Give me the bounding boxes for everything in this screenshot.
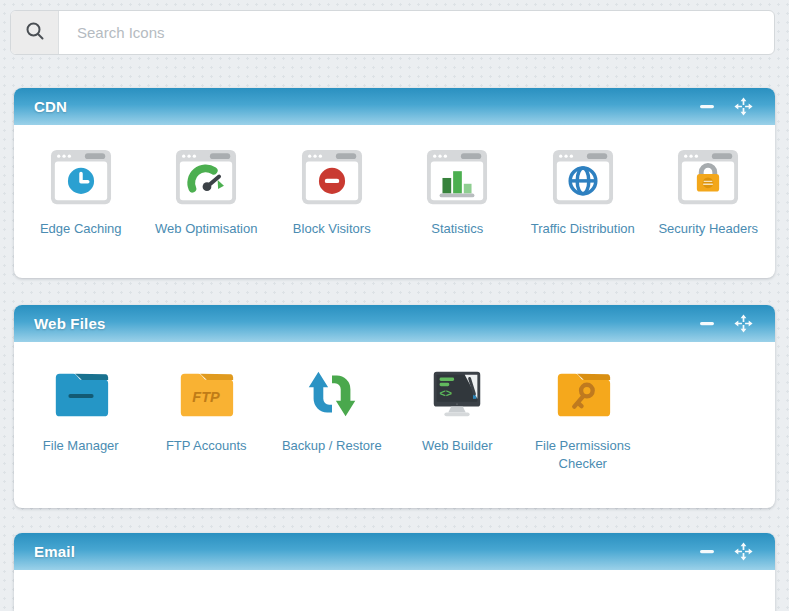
panel-web-files: Web Files: [14, 305, 775, 508]
edge-caching-icon: [50, 148, 112, 206]
icon-label: File Permissions Checker: [527, 437, 639, 473]
svg-text:FTP: FTP: [193, 389, 221, 405]
item-file-manager[interactable]: File Manager: [43, 365, 119, 455]
item-web-builder[interactable]: <> Web Builder: [422, 365, 493, 455]
file-permissions-checker-icon: [552, 365, 614, 423]
ftp-accounts-icon: FTP: [175, 365, 237, 423]
move-icon: [734, 542, 753, 561]
move-panel-handle[interactable]: [732, 312, 755, 335]
icon-label: Block Visitors: [293, 220, 371, 238]
item-ftp-accounts[interactable]: FTP FTP Accounts: [166, 365, 247, 455]
svg-text:<>: <>: [440, 387, 452, 399]
web-builder-icon: <>: [426, 365, 488, 423]
item-block-visitors[interactable]: Block Visitors: [293, 148, 371, 238]
icon-label: Web Builder: [422, 437, 493, 455]
item-file-permissions-checker[interactable]: File Permissions Checker: [527, 365, 639, 473]
move-panel-handle[interactable]: [732, 540, 755, 563]
search-icon: [24, 20, 46, 46]
item-security-headers[interactable]: Security Headers: [658, 148, 758, 238]
security-headers-icon: [677, 148, 739, 206]
panel-header: Web Files: [14, 305, 775, 342]
icon-label: File Manager: [43, 437, 119, 455]
collapse-panel-button[interactable]: [698, 548, 716, 556]
panel-header-actions: [698, 312, 755, 335]
minus-icon: [700, 322, 714, 326]
minus-icon: [700, 550, 714, 554]
icon-label: Traffic Distribution: [531, 220, 635, 238]
panel-cdn: CDN: [14, 88, 775, 278]
minus-icon: [700, 105, 714, 109]
panel-title: Email: [34, 543, 75, 560]
icon-label: FTP Accounts: [166, 437, 247, 455]
panel-body: [14, 570, 775, 603]
move-icon: [734, 97, 753, 116]
file-manager-icon: [50, 365, 112, 423]
icon-label: Web Optimisation: [155, 220, 257, 238]
move-icon: [734, 314, 753, 333]
icon-label: Backup / Restore: [282, 437, 382, 455]
panel-title: CDN: [34, 98, 67, 115]
panel-body: File Manager FTP FTP Accounts Backup / R…: [14, 342, 775, 483]
item-statistics[interactable]: Statistics: [426, 148, 488, 238]
panel-title: Web Files: [34, 315, 106, 332]
icon-label: Edge Caching: [40, 220, 122, 238]
traffic-distribution-icon: [552, 148, 614, 206]
search-input[interactable]: [59, 11, 774, 54]
collapse-panel-button[interactable]: [698, 103, 716, 111]
web-optimisation-icon: [175, 148, 237, 206]
panel-header: Email: [14, 533, 775, 570]
panel-body: Edge Caching Web Optimisation Block Visi…: [14, 125, 775, 248]
statistics-icon: [426, 148, 488, 206]
backup-restore-icon: [301, 365, 363, 423]
panel-header: CDN: [14, 88, 775, 125]
icon-label: Security Headers: [658, 220, 758, 238]
move-panel-handle[interactable]: [732, 95, 755, 118]
item-traffic-distribution[interactable]: Traffic Distribution: [531, 148, 635, 238]
panel-header-actions: [698, 540, 755, 563]
panel-email: Email: [14, 533, 775, 611]
icon-label: Statistics: [431, 220, 483, 238]
item-web-optimisation[interactable]: Web Optimisation: [155, 148, 257, 238]
item-edge-caching[interactable]: Edge Caching: [40, 148, 122, 238]
block-visitors-icon: [301, 148, 363, 206]
item-backup-restore[interactable]: Backup / Restore: [282, 365, 382, 455]
collapse-panel-button[interactable]: [698, 320, 716, 328]
search-bar: [10, 10, 775, 55]
search-icon-box: [11, 11, 59, 54]
panel-header-actions: [698, 95, 755, 118]
